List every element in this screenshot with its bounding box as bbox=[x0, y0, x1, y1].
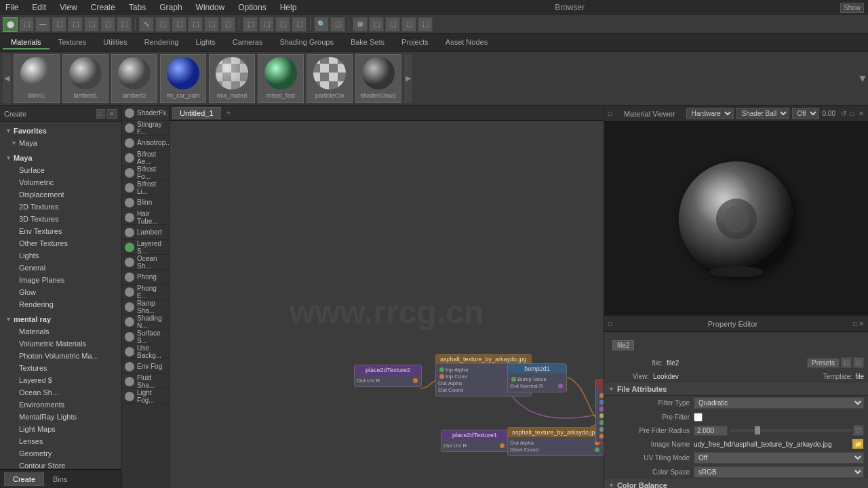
shader-anisotropic[interactable]: Anisotrop... bbox=[122, 136, 169, 150]
pre-filter-radius-icon[interactable]: □ bbox=[853, 425, 864, 436]
filter-type-select[interactable]: Quadratic bbox=[694, 397, 864, 409]
mv-shape-select[interactable]: Shader Ball bbox=[736, 108, 789, 119]
tool-11[interactable]: ⬚ bbox=[188, 17, 203, 32]
material-mi-car-paint[interactable]: mi_car_pain bbox=[160, 54, 206, 103]
node-lambert2[interactable]: lambert2 BColor Ambient Color Incandesce… bbox=[595, 380, 604, 443]
presets-button[interactable]: Presets bbox=[807, 358, 840, 368]
material-mia-material[interactable]: mia_materi bbox=[209, 54, 255, 103]
tree-geometry[interactable]: Geometry bbox=[0, 447, 121, 460]
uv-tiling-select[interactable]: Off bbox=[694, 452, 864, 464]
tool-19[interactable]: ⬚ bbox=[330, 17, 345, 32]
tree-general[interactable]: General bbox=[0, 262, 121, 274]
tab-utilities[interactable]: Utilities bbox=[95, 36, 135, 49]
shader-lambert[interactable]: Lambert bbox=[122, 225, 169, 240]
tree-light-maps[interactable]: Light Maps bbox=[0, 423, 121, 435]
tree-other-textures[interactable]: Other Textures bbox=[0, 237, 121, 249]
shader-surface-s[interactable]: Surface S... bbox=[122, 329, 169, 344]
menu-view[interactable]: View bbox=[57, 1, 80, 14]
node-tab-untitled[interactable]: Untitled_1 bbox=[172, 107, 221, 119]
tool-10[interactable]: ⬚ bbox=[172, 17, 186, 32]
menu-create[interactable]: Create bbox=[88, 1, 118, 14]
tab-textures[interactable]: Textures bbox=[50, 36, 95, 49]
menu-edit[interactable]: Edit bbox=[29, 1, 49, 14]
node-editor[interactable]: Untitled_1 + bbox=[170, 106, 604, 488]
image-folder-btn[interactable]: 📁 bbox=[852, 439, 864, 449]
node-tab-add[interactable]: + bbox=[222, 107, 235, 119]
color-space-select[interactable]: sRGB bbox=[694, 466, 864, 478]
shader-bifrost-ae[interactable]: Bifrost Ae... bbox=[122, 150, 169, 165]
node-canvas[interactable]: www.rrcg.cn place2dTexture2 Out UV R asp… bbox=[170, 121, 604, 488]
shader-env-fog[interactable]: Env Fog bbox=[122, 359, 169, 374]
tool-7[interactable]: ⬚ bbox=[117, 17, 132, 32]
bottom-tab-create[interactable]: Create bbox=[4, 472, 44, 486]
tool-4[interactable]: ⬚ bbox=[68, 17, 83, 32]
tool-17[interactable]: ⬚ bbox=[292, 17, 307, 32]
material-shader-glow[interactable]: shaderGlow1 bbox=[355, 54, 401, 103]
mv-renderer-select[interactable]: Hardware bbox=[686, 108, 734, 119]
node-place2d-2[interactable]: place2dTexture2 Out UV R bbox=[354, 365, 422, 387]
material-blinn1[interactable]: blinn1 bbox=[14, 54, 60, 103]
tool-18[interactable]: 🔍 bbox=[314, 17, 329, 32]
tab-shading-groups[interactable]: Shading Groups bbox=[271, 36, 342, 49]
tool-14[interactable]: ⬚ bbox=[243, 17, 258, 32]
bottom-tab-bins[interactable]: Bins bbox=[44, 472, 76, 486]
tool-13[interactable]: ⬚ bbox=[220, 17, 235, 32]
shader-blinn[interactable]: Blinn bbox=[122, 195, 169, 210]
menu-file[interactable]: File bbox=[3, 1, 21, 14]
show-button[interactable]: Show bbox=[840, 3, 864, 13]
tab-asset-nodes[interactable]: Asset Nodes bbox=[437, 36, 496, 49]
tab-lights[interactable]: Lights bbox=[187, 36, 223, 49]
shader-hair-tube[interactable]: Hair Tube... bbox=[122, 210, 169, 225]
material-particle-cloud[interactable]: particleClo bbox=[307, 54, 353, 103]
shader-ramp[interactable]: Ramp Sha... bbox=[122, 300, 169, 314]
pre-filter-radius-slider[interactable] bbox=[730, 426, 852, 435]
tree-surface[interactable]: Surface bbox=[0, 164, 121, 176]
tree-mr-materials[interactable]: Materials bbox=[0, 325, 121, 338]
tool-15[interactable]: ⬚ bbox=[259, 17, 274, 32]
tab-bake-sets[interactable]: Bake Sets bbox=[342, 36, 393, 49]
pre-filter-checkbox[interactable] bbox=[694, 413, 703, 422]
tool-23[interactable]: ⬚ bbox=[401, 17, 416, 32]
pe-close-btn[interactable]: ✕ bbox=[859, 320, 864, 327]
color-balance-section[interactable]: ▼ Color Balance bbox=[604, 479, 868, 488]
mv-mode-select[interactable]: Off bbox=[792, 108, 819, 119]
file-attributes-section[interactable]: ▼ File Attributes bbox=[604, 383, 868, 396]
shader-light-fog[interactable]: Light Fog... bbox=[122, 389, 169, 404]
shader-ocean[interactable]: Ocean Sh... bbox=[122, 255, 169, 270]
tree-layered[interactable]: Layered $ bbox=[0, 374, 121, 386]
mv-close-btn[interactable]: ✕ bbox=[859, 110, 864, 117]
tree-volumetric[interactable]: Volumetric bbox=[0, 176, 121, 188]
tool-12[interactable]: ⬚ bbox=[204, 17, 219, 32]
tree-volumetric-mat[interactable]: Volumetric Materials bbox=[0, 338, 121, 350]
tree-mentalray[interactable]: ▼mental ray bbox=[0, 313, 121, 325]
tree-glow[interactable]: Glow bbox=[0, 286, 121, 298]
tree-mr-textures[interactable]: Textures bbox=[0, 362, 121, 374]
menu-tabs[interactable]: Tabs bbox=[126, 1, 149, 14]
menu-graph[interactable]: Graph bbox=[157, 1, 184, 14]
material-misss-fast[interactable]: misss_fast bbox=[258, 54, 304, 103]
tool-6[interactable]: ⬚ bbox=[100, 17, 115, 32]
tree-lights[interactable]: Lights bbox=[0, 249, 121, 262]
tool-2[interactable]: — bbox=[35, 17, 50, 32]
shader-shaderfx[interactable]: ShaderFx... bbox=[122, 106, 169, 121]
tree-favorites[interactable]: ▼Favorites bbox=[0, 125, 121, 137]
tab-projects[interactable]: Projects bbox=[393, 36, 437, 49]
tool-1[interactable]: ⬚ bbox=[19, 17, 34, 32]
mat-scroll-end[interactable]: ▼ bbox=[857, 73, 865, 85]
shader-bifrost-li[interactable]: Bifrost Li... bbox=[122, 180, 169, 195]
shader-phong[interactable]: Phong bbox=[122, 270, 169, 285]
create-panel-float[interactable]: □ bbox=[96, 109, 105, 119]
node-place2d-1[interactable]: place2dTexture1 Out UV R bbox=[441, 430, 509, 452]
shader-layered[interactable]: Layered S... bbox=[122, 240, 169, 255]
tab-materials[interactable]: Materials bbox=[3, 36, 50, 49]
tree-3d-textures[interactable]: 3D Textures bbox=[0, 213, 121, 225]
tab-cameras[interactable]: Cameras bbox=[224, 36, 271, 49]
tree-2d-textures[interactable]: 2D Textures bbox=[0, 201, 121, 213]
node-asphalt-bottom[interactable]: asphalt_texture_by_arkaydo.jpg Out Alpha… bbox=[507, 427, 604, 456]
pre-filter-radius-input[interactable] bbox=[694, 426, 728, 436]
mat-scroll-right[interactable]: ▶ bbox=[404, 54, 412, 103]
tool-3[interactable]: ⬚ bbox=[52, 17, 66, 32]
shader-bifrost-fo[interactable]: Bifrost Fo... bbox=[122, 165, 169, 180]
tool-5[interactable]: ⬚ bbox=[84, 17, 99, 32]
tree-photon-vol[interactable]: Photon Volumetric Ma... bbox=[0, 350, 121, 362]
